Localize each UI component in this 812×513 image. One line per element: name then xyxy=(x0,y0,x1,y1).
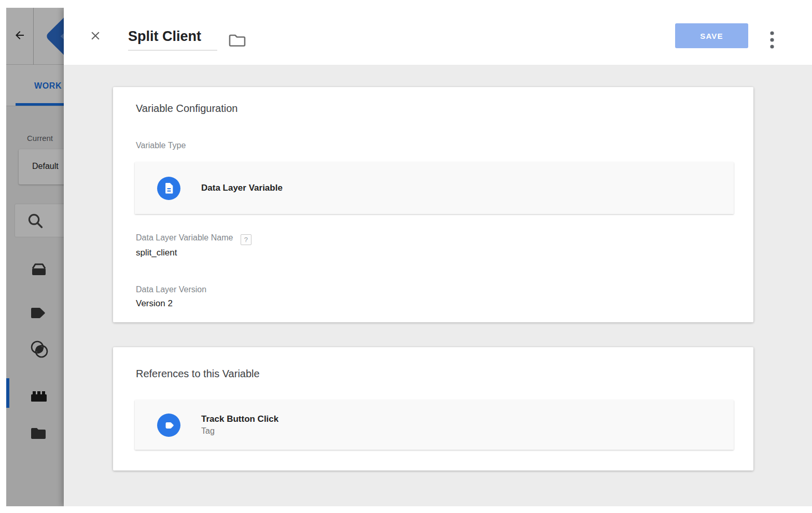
variable-editor-dialog: Split Client SAVE Variable Configuration… xyxy=(64,8,812,506)
close-icon xyxy=(89,29,102,45)
dlv-name-label-row: Data Layer Variable Name ? xyxy=(136,233,251,245)
reference-name: Track Button Click xyxy=(201,414,278,424)
gtm-app-window: WORK Current Default xyxy=(6,8,812,506)
close-button[interactable] xyxy=(87,28,104,45)
variable-configuration-card: Variable Configuration Variable Type Dat… xyxy=(113,87,753,322)
overflow-menu-button[interactable] xyxy=(765,27,779,54)
variable-type-label: Variable Type xyxy=(136,141,186,150)
modal-backdrop xyxy=(6,8,64,506)
references-card: References to this Variable Track Button… xyxy=(113,347,753,471)
help-badge[interactable]: ? xyxy=(241,234,251,245)
variable-type-value: Data Layer Variable xyxy=(201,183,283,193)
dlv-name-label: Data Layer Variable Name xyxy=(136,233,233,242)
card-heading: Variable Configuration xyxy=(136,103,237,115)
dlv-version-label: Data Layer Version xyxy=(136,285,206,294)
reference-row[interactable]: Track Button Click Tag xyxy=(135,400,734,450)
save-button[interactable]: SAVE xyxy=(675,23,748,48)
dlv-name-value: split_client xyxy=(136,248,177,258)
dialog-header: Split Client SAVE xyxy=(64,8,812,65)
card-heading: References to this Variable xyxy=(136,368,260,380)
three-dot-menu-icon xyxy=(770,31,774,51)
variable-type-row[interactable]: Data Layer Variable xyxy=(135,162,734,214)
dlv-version-value: Version 2 xyxy=(136,298,173,309)
data-layer-variable-icon xyxy=(157,177,180,200)
variable-title-input[interactable]: Split Client xyxy=(128,28,217,51)
tag-reference-icon xyxy=(157,414,180,437)
folder-outline-icon xyxy=(228,33,247,50)
reference-type: Tag xyxy=(201,426,278,436)
move-to-folder-button[interactable] xyxy=(227,33,247,50)
